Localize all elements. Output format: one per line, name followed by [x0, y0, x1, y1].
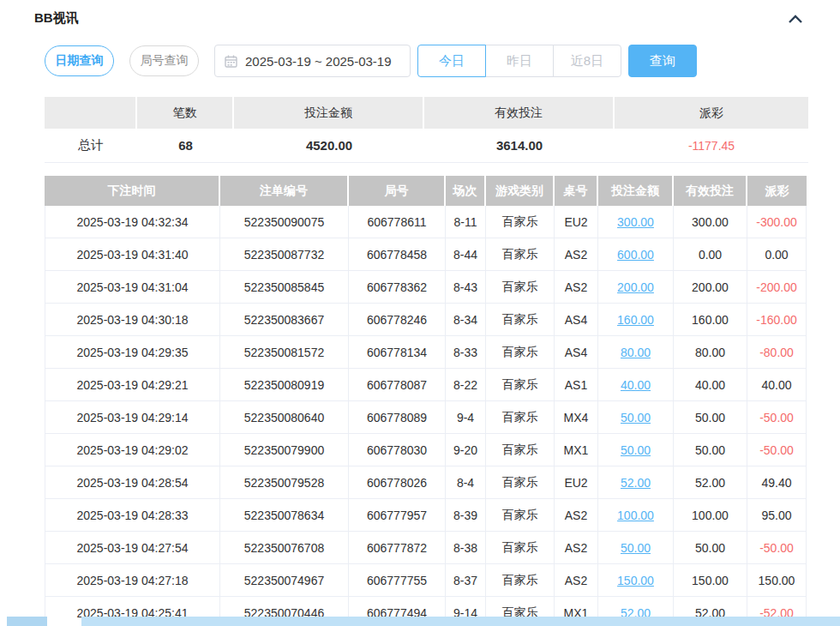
cell-session: 8-22: [446, 369, 486, 401]
cell-game-type: 百家乐: [486, 532, 555, 564]
cell-table-no: AS2: [555, 238, 598, 271]
cell-payout: -300.00: [747, 206, 807, 238]
records-header-cell: 场次: [446, 176, 486, 206]
cell-valid: 100.00: [674, 499, 747, 532]
cell-payout: -50.00: [747, 434, 807, 466]
quick-yesterday-button[interactable]: 昨日: [485, 45, 554, 77]
cell-table-no: EU2: [555, 206, 598, 238]
cell-payout: 49.40: [747, 466, 807, 499]
cell-valid: 300.00: [674, 206, 747, 238]
summary-value-cell: 68: [137, 129, 234, 163]
panel-header: BB视讯: [34, 10, 806, 27]
date-range-value: 2025-03-19 ~ 2025-03-19: [245, 54, 392, 69]
bet-amount-link[interactable]: 80.00: [621, 346, 651, 359]
cell-session: 8-44: [446, 238, 486, 271]
search-button[interactable]: 查询: [628, 45, 697, 77]
quick-today-button[interactable]: 今日: [417, 45, 486, 77]
cell-valid: 50.00: [674, 434, 747, 466]
collapse-button[interactable]: [785, 10, 806, 27]
cell-payout: -50.00: [747, 532, 807, 564]
records-header-cell: 下注时间: [45, 176, 220, 206]
bet-amount-link[interactable]: 40.00: [621, 378, 651, 392]
cell-game-type: 百家乐: [486, 336, 555, 369]
cell-round-no: 606777872: [349, 532, 446, 564]
horizontal-scrollbar-thumb[interactable]: [7, 617, 47, 626]
cell-bet: 150.00: [598, 564, 674, 597]
cell-round-no: 606778087: [349, 369, 446, 401]
records-header-cell: 游戏类别: [486, 176, 555, 206]
cell-order-no: 522350074967: [220, 564, 349, 597]
cell-round-no: 606778030: [349, 434, 446, 466]
cell-session: 8-4: [446, 466, 486, 499]
cell-bet: 40.00: [598, 369, 674, 401]
summary-header-cell: 投注金额: [234, 97, 424, 129]
cell-game-type: 百家乐: [486, 401, 555, 434]
cell-bet: 600.00: [598, 238, 674, 271]
cell-bet: 300.00: [598, 206, 674, 238]
cell-table-no: AS2: [555, 271, 598, 304]
bet-amount-link[interactable]: 200.00: [617, 280, 654, 294]
cell-order-no: 522350085845: [220, 271, 349, 304]
summary-value-cell: 4520.00: [234, 129, 424, 163]
round-query-tab[interactable]: 局号查询: [129, 45, 199, 76]
bet-amount-link[interactable]: 300.00: [617, 215, 654, 229]
cell-round-no: 606778611: [349, 206, 446, 238]
cell-round-no: 606778134: [349, 336, 446, 369]
cell-game-type: 百家乐: [486, 271, 555, 304]
cell-order-no: 522350080640: [220, 401, 349, 434]
cell-table-no: MX1: [555, 434, 598, 466]
cell-round-no: 606777755: [349, 564, 446, 597]
cell-valid: 50.00: [674, 532, 747, 564]
cell-round-no: 606778246: [349, 304, 446, 336]
horizontal-scrollbar[interactable]: [81, 617, 840, 626]
cell-round-no: 606778362: [349, 271, 446, 304]
cell-bet: 50.00: [598, 434, 674, 466]
bet-amount-link[interactable]: 52.00: [621, 476, 651, 490]
summary-header-cell: 派彩: [615, 97, 808, 129]
cell-time: 2025-03-19 04:31:40: [45, 238, 220, 271]
cell-order-no: 522350076708: [220, 532, 349, 564]
cell-game-type: 百家乐: [486, 238, 555, 271]
cell-time: 2025-03-19 04:28:33: [45, 499, 220, 532]
bet-amount-link[interactable]: 50.00: [621, 443, 651, 457]
cell-payout: 95.00: [747, 499, 807, 532]
quick-last8days-button[interactable]: 近8日: [553, 45, 621, 77]
cell-payout: 0.00: [747, 238, 807, 271]
cell-order-no: 522350078634: [220, 499, 349, 532]
cell-table-no: AS4: [555, 336, 598, 369]
date-query-tab[interactable]: 日期查询: [45, 45, 114, 76]
cell-order-no: 522350087732: [220, 238, 349, 271]
cell-valid: 200.00: [674, 271, 747, 304]
bet-amount-link[interactable]: 150.00: [617, 574, 654, 587]
cell-session: 8-34: [446, 304, 486, 336]
calendar-icon: [225, 55, 237, 68]
cell-table-no: MX4: [555, 401, 598, 434]
cell-table-no: AS2: [555, 532, 598, 564]
cell-order-no: 522350090075: [220, 206, 349, 238]
cell-bet: 50.00: [598, 532, 674, 564]
cell-game-type: 百家乐: [486, 466, 555, 499]
cell-valid: 0.00: [674, 238, 747, 271]
summary-value-cell: -1177.45: [615, 129, 808, 163]
cell-order-no: 522350080919: [220, 369, 349, 401]
cell-round-no: 606778026: [349, 466, 446, 499]
cell-order-no: 522350083667: [220, 304, 349, 336]
cell-session: 8-38: [446, 532, 486, 564]
cell-bet: 160.00: [598, 304, 674, 336]
bet-amount-link[interactable]: 50.00: [621, 411, 651, 424]
cell-bet: 100.00: [598, 499, 674, 532]
bet-amount-link[interactable]: 600.00: [617, 248, 654, 262]
cell-order-no: 522350081572: [220, 336, 349, 369]
cell-payout: 150.00: [747, 564, 807, 597]
bet-amount-link[interactable]: 160.00: [617, 313, 654, 327]
bet-amount-link[interactable]: 100.00: [617, 509, 654, 522]
cell-game-type: 百家乐: [486, 206, 555, 238]
page-title: BB视讯: [34, 10, 79, 25]
summary-header-cell: [45, 97, 137, 129]
cell-valid: 80.00: [674, 336, 747, 369]
summary-header-cell: 笔数: [137, 97, 234, 129]
bet-amount-link[interactable]: 50.00: [621, 541, 651, 555]
cell-valid: 50.00: [674, 401, 747, 434]
records-header-cell: 投注金额: [598, 176, 674, 206]
date-range-picker[interactable]: 2025-03-19 ~ 2025-03-19: [214, 45, 411, 77]
